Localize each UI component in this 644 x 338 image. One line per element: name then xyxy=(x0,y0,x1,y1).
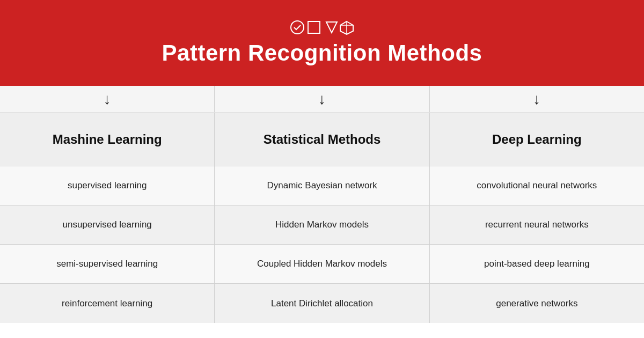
item-text-deep-learning-2: point-based deep learning xyxy=(478,259,596,269)
column-items-deep-learning: convolutional neural networksrecurrent n… xyxy=(430,166,644,323)
column-statistical-methods: Statistical MethodsDynamic Bayesian netw… xyxy=(215,113,429,323)
svg-marker-2 xyxy=(326,22,337,33)
item-text-machine-learning-1: unsupervised learning xyxy=(56,219,158,230)
item-text-deep-learning-0: convolutional neural networks xyxy=(470,180,603,191)
item-row-machine-learning-1: unsupervised learning xyxy=(0,205,214,245)
page-title: Pattern Recognition Methods xyxy=(162,40,482,66)
arrows-row: ↓ ↓ ↓ xyxy=(0,86,644,113)
item-text-deep-learning-1: recurrent neural networks xyxy=(479,219,595,230)
item-text-machine-learning-3: reinforcement learning xyxy=(55,298,159,309)
item-text-statistical-methods-0: Dynamic Bayesian network xyxy=(260,180,383,191)
item-row-machine-learning-2: semi-supervised learning xyxy=(0,245,214,284)
column-header-statistical-methods: Statistical Methods xyxy=(215,113,429,166)
item-row-statistical-methods-3: Latent Dirichlet allocation xyxy=(215,284,429,323)
item-row-statistical-methods-0: Dynamic Bayesian network xyxy=(215,166,429,205)
arrow-cell-1: ↓ xyxy=(0,86,215,112)
item-text-statistical-methods-1: Hidden Markov models xyxy=(269,219,375,230)
item-row-machine-learning-3: reinforcement learning xyxy=(0,284,214,323)
header-icons xyxy=(290,20,354,35)
arrow-cell-3: ↓ xyxy=(430,86,644,112)
column-machine-learning: Mashine Learningsupervised learningunsup… xyxy=(0,113,215,323)
svg-rect-1 xyxy=(308,21,320,33)
item-row-deep-learning-1: recurrent neural networks xyxy=(430,205,644,245)
svg-point-0 xyxy=(291,21,304,34)
item-row-machine-learning-0: supervised learning xyxy=(0,166,214,205)
item-text-statistical-methods-3: Latent Dirichlet allocation xyxy=(265,298,379,309)
arrow-down-1: ↓ xyxy=(104,92,111,107)
column-title-statistical-methods: Statistical Methods xyxy=(264,132,381,147)
item-row-deep-learning-0: convolutional neural networks xyxy=(430,166,644,205)
arrow-down-2: ↓ xyxy=(318,92,326,107)
content-area: Mashine Learningsupervised learningunsup… xyxy=(0,113,644,323)
arrow-down-3: ↓ xyxy=(533,92,540,107)
item-row-statistical-methods-1: Hidden Markov models xyxy=(215,205,429,245)
column-header-machine-learning: Mashine Learning xyxy=(0,113,214,166)
arrow-cell-2: ↓ xyxy=(215,86,429,112)
column-title-deep-learning: Deep Learning xyxy=(492,132,582,147)
item-row-statistical-methods-2: Coupled Hidden Markov models xyxy=(215,245,429,284)
item-text-machine-learning-2: semi-supervised learning xyxy=(50,259,164,269)
column-items-machine-learning: supervised learningunsupervised learning… xyxy=(0,166,214,323)
item-row-deep-learning-2: point-based deep learning xyxy=(430,245,644,284)
column-title-machine-learning: Mashine Learning xyxy=(53,132,162,147)
column-deep-learning: Deep Learningconvolutional neural networ… xyxy=(430,113,644,323)
header: Pattern Recognition Methods xyxy=(0,0,644,86)
column-header-deep-learning: Deep Learning xyxy=(430,113,644,166)
item-text-statistical-methods-2: Coupled Hidden Markov models xyxy=(251,259,393,269)
item-text-deep-learning-3: generative networks xyxy=(489,298,584,309)
column-items-statistical-methods: Dynamic Bayesian networkHidden Markov mo… xyxy=(215,166,429,323)
item-row-deep-learning-3: generative networks xyxy=(430,284,644,323)
item-text-machine-learning-0: supervised learning xyxy=(61,180,153,191)
